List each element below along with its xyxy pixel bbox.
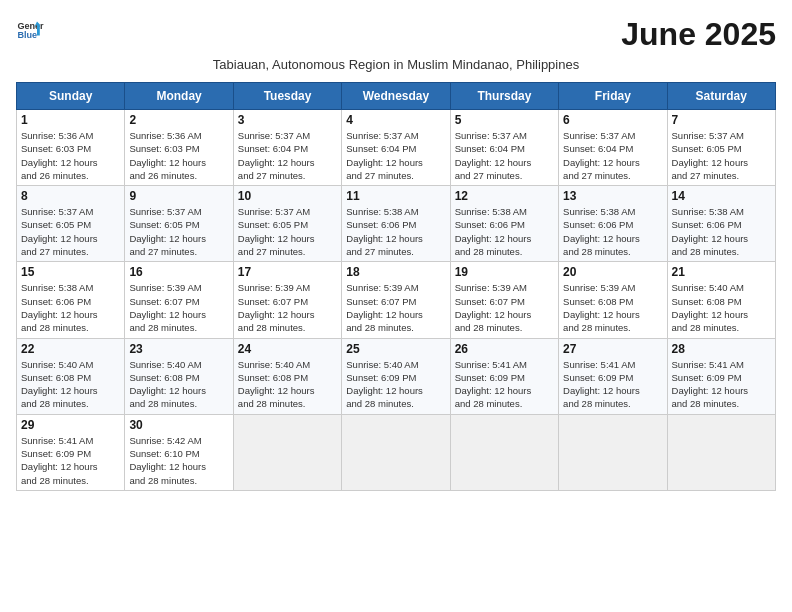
day-info: Sunrise: 5:37 AM Sunset: 6:05 PM Dayligh… xyxy=(129,205,228,258)
calendar-cell: 25Sunrise: 5:40 AM Sunset: 6:09 PM Dayli… xyxy=(342,338,450,414)
calendar-cell: 23Sunrise: 5:40 AM Sunset: 6:08 PM Dayli… xyxy=(125,338,233,414)
day-number: 26 xyxy=(455,342,554,356)
day-info: Sunrise: 5:38 AM Sunset: 6:06 PM Dayligh… xyxy=(563,205,662,258)
subtitle: Tabiauan, Autonomous Region in Muslim Mi… xyxy=(16,57,776,72)
calendar-week-4: 22Sunrise: 5:40 AM Sunset: 6:08 PM Dayli… xyxy=(17,338,776,414)
calendar-cell: 4Sunrise: 5:37 AM Sunset: 6:04 PM Daylig… xyxy=(342,110,450,186)
day-info: Sunrise: 5:37 AM Sunset: 6:05 PM Dayligh… xyxy=(21,205,120,258)
weekday-saturday: Saturday xyxy=(667,83,775,110)
day-info: Sunrise: 5:37 AM Sunset: 6:04 PM Dayligh… xyxy=(346,129,445,182)
day-number: 6 xyxy=(563,113,662,127)
day-number: 19 xyxy=(455,265,554,279)
day-info: Sunrise: 5:37 AM Sunset: 6:05 PM Dayligh… xyxy=(672,129,771,182)
day-info: Sunrise: 5:41 AM Sunset: 6:09 PM Dayligh… xyxy=(21,434,120,487)
day-info: Sunrise: 5:38 AM Sunset: 6:06 PM Dayligh… xyxy=(21,281,120,334)
calendar-week-3: 15Sunrise: 5:38 AM Sunset: 6:06 PM Dayli… xyxy=(17,262,776,338)
day-info: Sunrise: 5:37 AM Sunset: 6:05 PM Dayligh… xyxy=(238,205,337,258)
day-number: 29 xyxy=(21,418,120,432)
calendar-week-5: 29Sunrise: 5:41 AM Sunset: 6:09 PM Dayli… xyxy=(17,414,776,490)
weekday-thursday: Thursday xyxy=(450,83,558,110)
svg-text:General: General xyxy=(17,21,44,31)
calendar-cell xyxy=(233,414,341,490)
day-info: Sunrise: 5:40 AM Sunset: 6:08 PM Dayligh… xyxy=(672,281,771,334)
calendar-cell: 30Sunrise: 5:42 AM Sunset: 6:10 PM Dayli… xyxy=(125,414,233,490)
day-number: 15 xyxy=(21,265,120,279)
day-info: Sunrise: 5:40 AM Sunset: 6:09 PM Dayligh… xyxy=(346,358,445,411)
calendar-cell: 22Sunrise: 5:40 AM Sunset: 6:08 PM Dayli… xyxy=(17,338,125,414)
calendar-cell: 11Sunrise: 5:38 AM Sunset: 6:06 PM Dayli… xyxy=(342,186,450,262)
day-info: Sunrise: 5:36 AM Sunset: 6:03 PM Dayligh… xyxy=(129,129,228,182)
day-info: Sunrise: 5:37 AM Sunset: 6:04 PM Dayligh… xyxy=(455,129,554,182)
day-info: Sunrise: 5:39 AM Sunset: 6:07 PM Dayligh… xyxy=(238,281,337,334)
day-number: 25 xyxy=(346,342,445,356)
calendar-header: SundayMondayTuesdayWednesdayThursdayFrid… xyxy=(17,83,776,110)
calendar-table: SundayMondayTuesdayWednesdayThursdayFrid… xyxy=(16,82,776,491)
day-info: Sunrise: 5:41 AM Sunset: 6:09 PM Dayligh… xyxy=(563,358,662,411)
day-number: 21 xyxy=(672,265,771,279)
weekday-wednesday: Wednesday xyxy=(342,83,450,110)
day-info: Sunrise: 5:37 AM Sunset: 6:04 PM Dayligh… xyxy=(563,129,662,182)
weekday-friday: Friday xyxy=(559,83,667,110)
day-info: Sunrise: 5:40 AM Sunset: 6:08 PM Dayligh… xyxy=(21,358,120,411)
day-number: 17 xyxy=(238,265,337,279)
day-number: 9 xyxy=(129,189,228,203)
calendar-cell xyxy=(667,414,775,490)
day-info: Sunrise: 5:41 AM Sunset: 6:09 PM Dayligh… xyxy=(672,358,771,411)
weekday-tuesday: Tuesday xyxy=(233,83,341,110)
weekday-monday: Monday xyxy=(125,83,233,110)
day-number: 27 xyxy=(563,342,662,356)
calendar-cell: 10Sunrise: 5:37 AM Sunset: 6:05 PM Dayli… xyxy=(233,186,341,262)
day-number: 30 xyxy=(129,418,228,432)
day-number: 23 xyxy=(129,342,228,356)
calendar-cell: 15Sunrise: 5:38 AM Sunset: 6:06 PM Dayli… xyxy=(17,262,125,338)
day-number: 8 xyxy=(21,189,120,203)
day-info: Sunrise: 5:39 AM Sunset: 6:07 PM Dayligh… xyxy=(346,281,445,334)
calendar-cell: 12Sunrise: 5:38 AM Sunset: 6:06 PM Dayli… xyxy=(450,186,558,262)
day-info: Sunrise: 5:39 AM Sunset: 6:08 PM Dayligh… xyxy=(563,281,662,334)
day-number: 12 xyxy=(455,189,554,203)
day-number: 3 xyxy=(238,113,337,127)
day-info: Sunrise: 5:42 AM Sunset: 6:10 PM Dayligh… xyxy=(129,434,228,487)
day-number: 13 xyxy=(563,189,662,203)
day-info: Sunrise: 5:40 AM Sunset: 6:08 PM Dayligh… xyxy=(238,358,337,411)
day-info: Sunrise: 5:38 AM Sunset: 6:06 PM Dayligh… xyxy=(455,205,554,258)
day-number: 4 xyxy=(346,113,445,127)
calendar-cell: 5Sunrise: 5:37 AM Sunset: 6:04 PM Daylig… xyxy=(450,110,558,186)
calendar-cell: 13Sunrise: 5:38 AM Sunset: 6:06 PM Dayli… xyxy=(559,186,667,262)
day-number: 5 xyxy=(455,113,554,127)
calendar-cell: 18Sunrise: 5:39 AM Sunset: 6:07 PM Dayli… xyxy=(342,262,450,338)
logo-icon: General Blue xyxy=(16,16,44,44)
day-number: 10 xyxy=(238,189,337,203)
calendar-week-1: 1Sunrise: 5:36 AM Sunset: 6:03 PM Daylig… xyxy=(17,110,776,186)
month-title: June 2025 xyxy=(621,16,776,53)
day-info: Sunrise: 5:39 AM Sunset: 6:07 PM Dayligh… xyxy=(455,281,554,334)
day-info: Sunrise: 5:40 AM Sunset: 6:08 PM Dayligh… xyxy=(129,358,228,411)
day-number: 1 xyxy=(21,113,120,127)
calendar-cell: 16Sunrise: 5:39 AM Sunset: 6:07 PM Dayli… xyxy=(125,262,233,338)
calendar-cell: 19Sunrise: 5:39 AM Sunset: 6:07 PM Dayli… xyxy=(450,262,558,338)
calendar-cell: 17Sunrise: 5:39 AM Sunset: 6:07 PM Dayli… xyxy=(233,262,341,338)
day-number: 7 xyxy=(672,113,771,127)
calendar-cell: 28Sunrise: 5:41 AM Sunset: 6:09 PM Dayli… xyxy=(667,338,775,414)
day-number: 20 xyxy=(563,265,662,279)
day-number: 18 xyxy=(346,265,445,279)
calendar-cell: 7Sunrise: 5:37 AM Sunset: 6:05 PM Daylig… xyxy=(667,110,775,186)
day-info: Sunrise: 5:39 AM Sunset: 6:07 PM Dayligh… xyxy=(129,281,228,334)
header: General Blue June 2025 xyxy=(16,16,776,53)
day-number: 16 xyxy=(129,265,228,279)
day-number: 22 xyxy=(21,342,120,356)
calendar-cell: 3Sunrise: 5:37 AM Sunset: 6:04 PM Daylig… xyxy=(233,110,341,186)
day-number: 28 xyxy=(672,342,771,356)
day-number: 2 xyxy=(129,113,228,127)
day-number: 14 xyxy=(672,189,771,203)
calendar-cell: 9Sunrise: 5:37 AM Sunset: 6:05 PM Daylig… xyxy=(125,186,233,262)
calendar-cell: 14Sunrise: 5:38 AM Sunset: 6:06 PM Dayli… xyxy=(667,186,775,262)
calendar-cell: 2Sunrise: 5:36 AM Sunset: 6:03 PM Daylig… xyxy=(125,110,233,186)
calendar-week-2: 8Sunrise: 5:37 AM Sunset: 6:05 PM Daylig… xyxy=(17,186,776,262)
day-info: Sunrise: 5:37 AM Sunset: 6:04 PM Dayligh… xyxy=(238,129,337,182)
calendar-cell: 8Sunrise: 5:37 AM Sunset: 6:05 PM Daylig… xyxy=(17,186,125,262)
calendar-body: 1Sunrise: 5:36 AM Sunset: 6:03 PM Daylig… xyxy=(17,110,776,491)
day-number: 11 xyxy=(346,189,445,203)
calendar-cell: 20Sunrise: 5:39 AM Sunset: 6:08 PM Dayli… xyxy=(559,262,667,338)
calendar-cell: 1Sunrise: 5:36 AM Sunset: 6:03 PM Daylig… xyxy=(17,110,125,186)
